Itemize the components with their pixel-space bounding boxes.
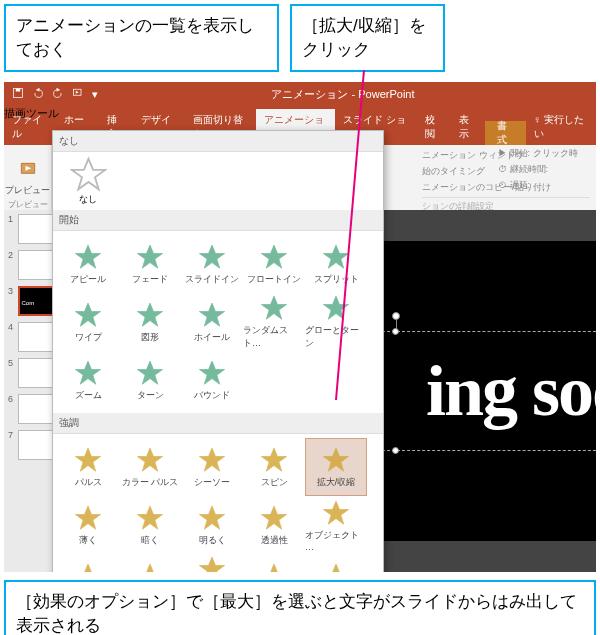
animation-entrance-1[interactable]: フェード	[119, 235, 181, 293]
svg-marker-8	[199, 245, 224, 268]
preview-button-label[interactable]: プレビュー	[5, 184, 50, 197]
instruction-callout-2: ［拡大/収縮］をクリック	[290, 4, 445, 72]
svg-marker-21	[199, 448, 224, 471]
animation-emphasis-5[interactable]: 薄く	[57, 496, 119, 554]
window-title: アニメーション - PowerPoint	[98, 87, 588, 102]
svg-marker-13	[199, 303, 224, 326]
svg-marker-28	[323, 501, 348, 524]
animation-emphasis-10[interactable]: 補色	[57, 554, 119, 572]
animation-emphasis-13[interactable]: ブラシの色	[243, 554, 305, 572]
gallery-section-emphasis: 強調	[53, 413, 383, 434]
svg-marker-27	[261, 506, 286, 529]
preview-group-label: プレビュー	[8, 199, 48, 210]
svg-marker-26	[199, 506, 224, 529]
svg-marker-18	[199, 361, 224, 384]
svg-marker-9	[261, 245, 286, 268]
animation-emphasis-12[interactable]: 塗りつぶしの色	[181, 554, 243, 572]
svg-marker-19	[75, 448, 100, 471]
animation-entrance-4[interactable]: スプリット	[305, 235, 367, 293]
animation-emphasis-1[interactable]: カラー パルス	[119, 438, 181, 496]
svg-marker-22	[261, 448, 286, 471]
animation-entrance-2[interactable]: スライドイン	[181, 235, 243, 293]
star-icon	[70, 156, 107, 193]
animation-emphasis-9[interactable]: オブジェクト …	[305, 496, 367, 554]
svg-marker-20	[137, 448, 162, 471]
animation-emphasis-2[interactable]: シーソー	[181, 438, 243, 496]
powerpoint-window: ▾ アニメーション - PowerPoint 描画ツール ファイル ホーム 挿入…	[4, 82, 596, 572]
duration-timing[interactable]: ⏱ 継続時間:	[498, 163, 596, 176]
gallery-section-none: なし	[53, 131, 383, 152]
instruction-callout-1: アニメーションの一覧を表示しておく	[4, 4, 279, 72]
animation-entrance-10[interactable]: ズーム	[57, 351, 119, 409]
animation-none[interactable]: なし	[57, 156, 119, 206]
tab-review[interactable]: 校閲	[417, 109, 451, 145]
animation-entrance-6[interactable]: 図形	[119, 293, 181, 351]
svg-marker-15	[323, 296, 348, 319]
animation-entrance-3[interactable]: フロートイン	[243, 235, 305, 293]
start-from-beginning-icon[interactable]	[72, 87, 84, 101]
svg-marker-10	[323, 245, 348, 268]
animation-emphasis-0[interactable]: パルス	[57, 438, 119, 496]
svg-marker-23	[323, 448, 348, 471]
svg-marker-24	[75, 506, 100, 529]
svg-marker-31	[199, 557, 224, 572]
animation-entrance-7[interactable]: ホイール	[181, 293, 243, 351]
animation-entrance-5[interactable]: ワイプ	[57, 293, 119, 351]
animation-entrance-11[interactable]: ターン	[119, 351, 181, 409]
save-icon[interactable]	[12, 87, 24, 101]
animation-emphasis-7[interactable]: 明るく	[181, 496, 243, 554]
delay-timing[interactable]: ⏲ 遅延:	[498, 179, 596, 192]
animation-gallery: なし なし 開始 アピールフェードスライドインフロートインスプリットワイプ図形ホ…	[52, 130, 384, 572]
svg-marker-7	[137, 245, 162, 268]
animation-entrance-12[interactable]: バウンド	[181, 351, 243, 409]
rotate-handle[interactable]	[392, 312, 400, 320]
svg-marker-29	[75, 564, 100, 572]
svg-marker-12	[137, 303, 162, 326]
svg-marker-17	[137, 361, 162, 384]
quick-access-toolbar: ▾	[12, 87, 98, 101]
tell-me[interactable]: ♀ 実行したい	[526, 109, 596, 145]
resize-handle[interactable]	[392, 328, 399, 335]
svg-marker-14	[261, 296, 286, 319]
tab-file[interactable]: ファイル	[4, 109, 56, 145]
svg-marker-32	[261, 564, 286, 572]
animation-emphasis-14[interactable]: Aフォントの色	[305, 554, 367, 572]
svg-marker-5	[71, 159, 104, 190]
animation-emphasis-11[interactable]: 線の色	[119, 554, 181, 572]
svg-marker-30	[137, 564, 162, 572]
resize-handle[interactable]	[392, 447, 399, 454]
redo-icon[interactable]	[52, 87, 64, 101]
svg-marker-6	[75, 245, 100, 268]
svg-marker-25	[137, 506, 162, 529]
titlebar: ▾ アニメーション - PowerPoint	[4, 82, 596, 106]
animation-entrance-0[interactable]: アピール	[57, 235, 119, 293]
start-timing[interactable]: ▶ 開始: クリック時	[498, 147, 596, 160]
svg-marker-11	[75, 303, 100, 326]
animation-emphasis-3[interactable]: スピン	[243, 438, 305, 496]
instruction-callout-3: ［効果のオプション］で［最大］を選ぶと文字がスライドからはみ出して表示される	[4, 580, 596, 635]
animation-emphasis-4[interactable]: 拡大/収縮	[305, 438, 367, 496]
animation-emphasis-8[interactable]: 透過性	[243, 496, 305, 554]
gallery-section-entrance: 開始	[53, 210, 383, 231]
svg-marker-16	[75, 361, 100, 384]
svg-text:A: A	[333, 571, 339, 572]
svg-rect-1	[16, 89, 21, 92]
animation-entrance-9[interactable]: グローとターン	[305, 293, 367, 351]
tab-view[interactable]: 表示	[451, 109, 485, 145]
undo-icon[interactable]	[32, 87, 44, 101]
animation-emphasis-6[interactable]: 暗く	[119, 496, 181, 554]
preview-icon[interactable]	[18, 160, 38, 182]
animation-entrance-8[interactable]: ランダムスト…	[243, 293, 305, 351]
